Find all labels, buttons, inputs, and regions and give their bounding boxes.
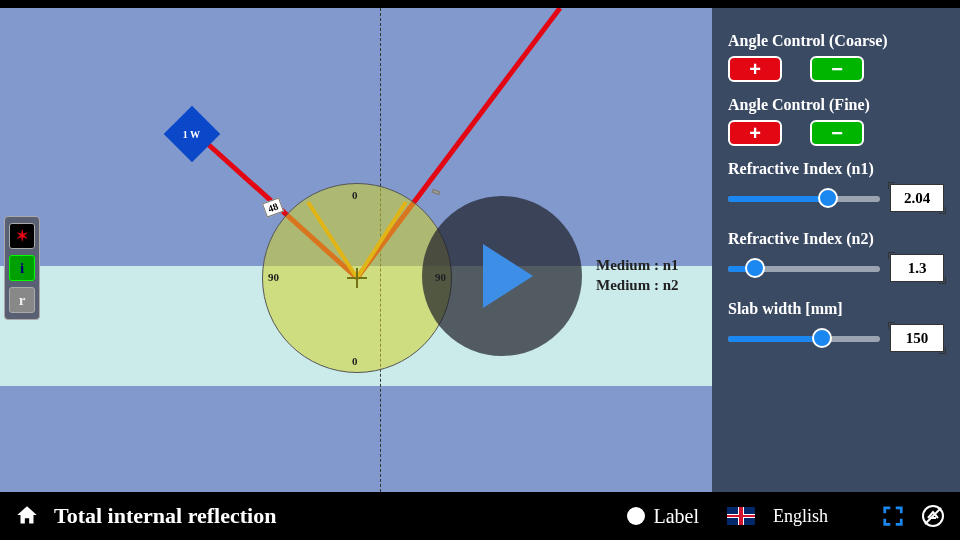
slab-label: Slab width [mm] <box>728 300 944 318</box>
protractor-tick-left: 90 <box>268 271 279 283</box>
fine-label: Angle Control (Fine) <box>728 96 944 114</box>
n1-label: Refractive Index (n1) <box>728 160 944 178</box>
slider-fill <box>728 196 828 202</box>
fullscreen-icon <box>882 505 904 527</box>
fine-plus-button[interactable]: + <box>728 120 782 146</box>
reset-icon: r <box>19 292 26 309</box>
window-titlebar <box>0 0 960 8</box>
coarse-plus-button[interactable]: + <box>728 56 782 82</box>
app-stage: 0 0 90 90 48 1 W Medium : n1 Medium : n2… <box>0 0 960 540</box>
n1-slider[interactable] <box>728 188 880 208</box>
annotation-toggle-button[interactable] <box>920 503 946 529</box>
simulation-area: 0 0 90 90 48 1 W Medium : n1 Medium : n2… <box>0 8 712 492</box>
label-toggle-text: Label <box>653 505 699 528</box>
n2-label: Refractive Index (n2) <box>728 230 944 248</box>
fullscreen-button[interactable] <box>880 503 906 529</box>
page-title: Total internal reflection <box>54 503 276 529</box>
home-icon <box>14 503 40 529</box>
laser-tool-button[interactable]: ✶ <box>9 223 35 249</box>
medium-n2-label: Medium : n2 <box>596 276 679 296</box>
coarse-label: Angle Control (Coarse) <box>728 32 944 50</box>
home-button[interactable] <box>14 503 40 529</box>
control-panel: Angle Control (Coarse) + − Angle Control… <box>712 8 960 492</box>
laser-icon: ✶ <box>16 227 29 245</box>
play-icon <box>483 244 533 308</box>
flag-icon <box>727 507 755 525</box>
light-source-label: 1 W <box>183 128 200 139</box>
svg-line-1 <box>925 508 941 524</box>
protractor-tick-bottom: 0 <box>352 355 358 367</box>
medium-labels: Medium : n1 Medium : n2 <box>596 256 679 295</box>
slider-thumb[interactable] <box>812 328 832 348</box>
bottom-bar: Total internal reflection Label English <box>0 492 960 540</box>
reset-button[interactable]: r <box>9 287 35 313</box>
protractor-tick-top: 0 <box>352 189 358 201</box>
slider-thumb[interactable] <box>818 188 838 208</box>
slab-value[interactable]: 150 <box>890 324 944 352</box>
slider-fill <box>728 336 822 342</box>
info-button[interactable]: i <box>9 255 35 281</box>
medium-n1-label: Medium : n1 <box>596 256 679 276</box>
n2-slider[interactable] <box>728 258 880 278</box>
language-selector[interactable]: English <box>773 506 828 527</box>
play-button[interactable] <box>422 196 582 356</box>
fine-minus-button[interactable]: − <box>810 120 864 146</box>
slider-thumb[interactable] <box>745 258 765 278</box>
slab-slider[interactable] <box>728 328 880 348</box>
coarse-minus-button[interactable]: − <box>810 56 864 82</box>
n1-value[interactable]: 2.04 <box>890 184 944 212</box>
annotation-off-icon <box>921 504 945 528</box>
left-toolbox: ✶ i r <box>4 216 40 320</box>
label-toggle[interactable] <box>627 507 645 525</box>
info-icon: i <box>20 260 24 277</box>
n2-value[interactable]: 1.3 <box>890 254 944 282</box>
